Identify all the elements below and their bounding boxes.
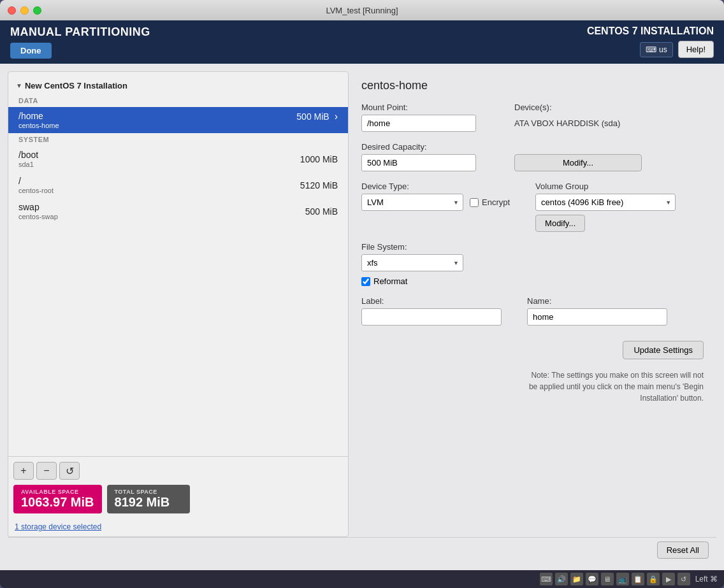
add-partition-button[interactable]: + [13,462,34,480]
tree-header-label: New CentOS 7 Installation [25,81,127,90]
done-button[interactable]: Done [10,43,52,59]
partition-item-boot[interactable]: /boot sda1 1000 MiB [8,146,348,172]
partition-item-root[interactable]: / centos-root 5120 MiB [8,172,348,198]
modify-button-1[interactable]: Modify... [514,154,642,171]
taskbar-keyboard-icon[interactable]: ⌨ [540,573,553,585]
desired-capacity-group: Desired Capacity: [361,142,489,171]
header-controls: ⌨ us Help! [640,41,714,58]
partition-left-home: /home centos-home [18,111,59,129]
mount-point-label: Mount Point: [361,103,489,112]
partition-name-boot: /boot [18,150,38,160]
partition-left-boot: /boot sda1 [18,150,38,168]
arrow-right-icon: › [335,111,338,122]
available-space-card: AVAILABLE SPACE 1063.97 MiB [13,485,102,513]
reformat-checkbox[interactable] [361,277,370,286]
total-space-value: 8192 MiB [115,495,182,510]
partition-controls: + − ↺ [8,457,348,485]
partition-item-home[interactable]: /home centos-home 500 MiB › [8,107,348,133]
file-system-section: File System: xfs ext4 ext3 ext2 swap vfa… [361,242,463,286]
taskbar-clipboard-icon[interactable]: 📋 [632,573,644,585]
header-left: MANUAL PARTITIONING Done [10,25,150,59]
tree-header: ▼ New CentOS 7 Installation [8,77,348,94]
minimize-button[interactable] [20,6,29,15]
taskbar-audio-icon[interactable]: 🔊 [555,573,568,585]
update-section: Update Settings Note: The settings you m… [361,341,704,404]
maximize-button[interactable] [33,6,41,15]
available-space-label: AVAILABLE SPACE [21,489,94,495]
note-text: Note: The settings you make on this scre… [361,369,704,404]
device-type-controls: LVM Standard Partition BTRFS LVM Thin Pr… [361,194,510,211]
name-field-label: Name: [527,296,667,306]
reset-all-button[interactable]: Reset All [657,541,709,559]
modify-group: Modify... [514,142,642,171]
partition-name-root: / [18,176,54,186]
storage-device-link[interactable]: 1 storage device selected [8,519,348,536]
device-type-select[interactable]: LVM Standard Partition BTRFS LVM Thin Pr… [361,194,463,211]
file-system-select[interactable]: xfs ext4 ext3 ext2 swap vfat btrfs [361,254,463,271]
partition-device-home: centos-home [18,122,59,129]
bottom-bar: Reset All [8,537,716,563]
modify-button-2[interactable]: Modify... [535,215,585,232]
app-title: MANUAL PARTITIONING [10,25,150,39]
filesystem-row: File System: xfs ext4 ext3 ext2 swap vfa… [361,242,704,286]
volume-group-label: Volume Group [535,182,704,191]
file-system-label: File System: [361,242,463,252]
app-header: MANUAL PARTITIONING Done CENTOS 7 INSTAL… [0,20,724,64]
header-right: CENTOS 7 INSTALLATION ⌨ us Help! [587,25,714,58]
partition-size-boot: 1000 MiB [300,154,338,164]
help-button[interactable]: Help! [678,41,714,58]
mount-point-input[interactable] [361,115,476,132]
encrypt-label[interactable]: Encrypt [482,197,510,207]
device-type-volume-row: Device Type: LVM Standard Partition BTRF… [361,182,704,232]
tree-arrow-icon: ▼ [16,82,22,89]
partition-tree: ▼ New CentOS 7 Installation DATA /home c… [8,72,348,456]
partition-size-swap: 500 MiB [305,206,338,217]
desired-capacity-input[interactable] [361,154,476,171]
encrypt-checkbox[interactable] [470,198,479,207]
window-title: LVM_test [Running] [326,6,398,15]
label-field-label: Label: [361,296,502,306]
taskbar-display-icon[interactable]: 📺 [616,573,629,585]
partition-item-swap[interactable]: swap centos-swap 500 MiB [8,198,348,224]
remove-partition-button[interactable]: − [36,462,57,480]
partition-left-swap: swap centos-swap [18,202,58,220]
device-type-select-wrapper: LVM Standard Partition BTRFS LVM Thin Pr… [361,194,463,211]
partition-left-root: / centos-root [18,176,54,194]
taskbar-refresh-icon[interactable]: ↺ [677,573,690,585]
main-content: ▼ New CentOS 7 Installation DATA /home c… [0,64,724,570]
refresh-partition-button[interactable]: ↺ [59,462,80,480]
taskbar-folder-icon[interactable]: 📁 [570,573,583,585]
partition-device-root: centos-root [18,187,54,194]
devices-label: Device(s): [514,103,642,112]
keyboard-lang: us [659,45,667,54]
volume-group-select[interactable]: centos (4096 KiB free) [535,194,676,211]
taskbar-chat-icon[interactable]: 💬 [586,573,598,585]
taskbar-play-icon[interactable]: ▶ [662,573,675,585]
device-type-label: Device Type: [361,182,510,191]
partition-name-home: /home [18,111,59,121]
taskbar: ⌨ 🔊 📁 💬 🖥 📺 📋 🔒 ▶ ↺ Left ⌘ [0,570,724,588]
label-group: Label: [361,296,502,326]
label-name-row: Label: Name: [361,296,704,326]
right-panel: centos-home Mount Point: Device(s): ATA … [349,71,716,537]
desired-capacity-label: Desired Capacity: [361,142,489,152]
update-settings-button[interactable]: Update Settings [623,341,704,359]
name-input[interactable] [527,308,667,326]
content-area: ▼ New CentOS 7 Installation DATA /home c… [8,71,716,537]
taskbar-lock-icon[interactable]: 🔒 [647,573,660,585]
traffic-lights [8,6,41,15]
devices-value: ATA VBOX HARDDISK (sda) [514,118,642,128]
section-system-label: SYSTEM [8,133,348,146]
encrypt-group: Encrypt [470,197,510,207]
keyboard-button[interactable]: ⌨ us [640,42,673,57]
left-bottom: + − ↺ AVAILABLE SPACE 1063.97 MiB TOTAL … [8,456,348,536]
taskbar-network-icon[interactable]: 🖥 [601,573,614,585]
reformat-label[interactable]: Reformat [373,276,407,286]
volume-group-control: centos (4096 KiB free) [535,194,676,211]
total-space-label: TOTAL SPACE [115,489,182,495]
label-input[interactable] [361,308,502,326]
mount-device-row: Mount Point: Device(s): ATA VBOX HARDDIS… [361,103,704,132]
total-space-card: TOTAL SPACE 8192 MiB [107,485,190,513]
partition-size-root: 5120 MiB [300,180,338,190]
close-button[interactable] [8,6,16,15]
